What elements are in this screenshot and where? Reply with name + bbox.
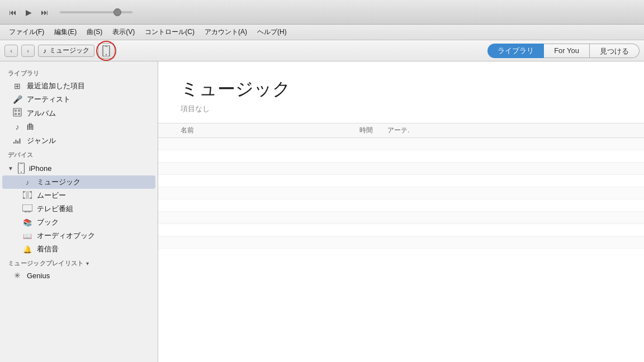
sidebar-item-genres[interactable]: ジャンル <box>2 134 155 147</box>
tab-for-you[interactable]: For You <box>544 44 590 58</box>
progress-slider[interactable] <box>60 11 132 13</box>
back-button[interactable]: ‹ <box>4 45 18 57</box>
iphone-music-label: ミュージック <box>37 177 80 187</box>
svg-rect-9 <box>16 140 17 144</box>
toolbar-tabs: ライブラリ For You 見つける <box>487 44 640 58</box>
content-area: ミュージック 項目なし 名前 時間 アーテ. <box>158 61 644 362</box>
sidebar-item-iphone-books[interactable]: 📚 ブック <box>2 216 155 229</box>
genius-label: Genius <box>27 272 50 280</box>
genre-icon <box>12 135 22 146</box>
sidebar-item-genius[interactable]: ✳ Genius <box>2 269 155 282</box>
table-rows <box>158 138 644 362</box>
table-row <box>158 199 644 212</box>
artist-icon: 🎤 <box>12 95 22 104</box>
menu-file[interactable]: ファイル(F) <box>4 26 49 38</box>
sidebar-item-iphone-music[interactable]: ♪ ミュージック <box>2 175 155 189</box>
title-bar: ⏮ ▶ ⏭ <box>0 0 644 25</box>
table-row <box>158 150 644 163</box>
iphone-audiobook-label: オーディオブック <box>37 231 95 241</box>
iphone-audiobook-icon: 📖 <box>22 232 32 240</box>
svg-point-13 <box>21 172 22 173</box>
table-header: 名前 時間 アーテ. <box>158 123 644 138</box>
svg-rect-7 <box>18 113 20 115</box>
iphone-movie-label: ムービー <box>37 190 66 201</box>
tab-library[interactable]: ライブラリ <box>487 44 544 58</box>
main-layout: ライブラリ ⊞ 最近追加した項目 🎤 アーティスト アルバム ♪ 曲 ジャンル … <box>0 61 644 362</box>
forward-button[interactable]: ⏭ <box>39 7 51 18</box>
column-artist: アーテ. <box>387 126 409 135</box>
iphone-book-label: ブック <box>37 217 59 227</box>
device-header-label: デバイス <box>8 151 33 159</box>
svg-rect-11 <box>20 139 21 144</box>
iphone-device-button[interactable] <box>98 43 115 59</box>
sidebar-item-iphone-tv[interactable]: テレビ番組 <box>2 202 155 216</box>
svg-rect-5 <box>15 113 17 115</box>
table-row <box>158 236 644 249</box>
forward-nav-button[interactable]: › <box>21 45 35 57</box>
sidebar-item-recent[interactable]: ⊞ 最近追加した項目 <box>2 79 155 93</box>
sidebar-item-iphone-audiobooks[interactable]: 📖 オーディオブック <box>2 229 155 242</box>
recent-icon: ⊞ <box>12 82 22 90</box>
svg-rect-17 <box>30 191 32 193</box>
content-subtitle: 項目なし <box>181 104 622 114</box>
svg-rect-6 <box>18 109 20 112</box>
svg-rect-16 <box>23 191 25 193</box>
device-triangle-icon: ▼ <box>8 165 13 172</box>
svg-rect-2 <box>105 46 108 46</box>
device-section-header: デバイス <box>0 147 158 161</box>
playlist-section-header[interactable]: ミュージックプレイリスト ▾ <box>0 256 158 269</box>
sidebar-item-iphone-ringtones[interactable]: 🔔 着信音 <box>2 242 155 256</box>
device-iphone-icon <box>17 163 26 174</box>
sidebar-item-albums[interactable]: アルバム <box>2 106 155 120</box>
iphone-tv-icon <box>22 204 32 214</box>
song-icon: ♪ <box>12 122 22 131</box>
svg-rect-10 <box>17 141 18 144</box>
content-header: ミュージック 項目なし <box>158 61 644 123</box>
svg-rect-18 <box>23 197 25 199</box>
transport-controls: ⏮ ▶ ⏭ <box>7 7 137 18</box>
sidebar-item-artists[interactable]: 🎤 アーティスト <box>2 93 155 106</box>
device-iphone-row[interactable]: ▼ iPhone <box>0 161 158 175</box>
iphone-ringtone-icon: 🔔 <box>22 245 32 254</box>
menu-controls[interactable]: コントロール(C) <box>140 26 199 38</box>
music-source-button[interactable]: ♪ ミュージック <box>38 45 94 57</box>
iphone-movie-icon <box>22 191 32 201</box>
music-label: ミュージック <box>49 46 89 55</box>
menu-view[interactable]: 表示(V) <box>108 26 139 38</box>
column-name: 名前 <box>181 126 359 135</box>
playlist-arrow-icon: ▾ <box>86 260 89 266</box>
iphone-music-icon: ♪ <box>22 178 32 187</box>
menu-help[interactable]: ヘルプ(H) <box>253 26 291 38</box>
iphone-ringtone-label: 着信音 <box>37 244 59 254</box>
iphone-icon <box>102 45 110 56</box>
table-row <box>158 224 644 236</box>
menu-song[interactable]: 曲(S) <box>82 26 107 38</box>
sidebar: ライブラリ ⊞ 最近追加した項目 🎤 アーティスト アルバム ♪ 曲 ジャンル … <box>0 61 158 362</box>
menu-edit[interactable]: 編集(E) <box>50 26 81 38</box>
svg-rect-19 <box>30 197 32 199</box>
sidebar-item-songs[interactable]: ♪ 曲 <box>2 120 155 134</box>
svg-rect-14 <box>20 163 22 164</box>
table-row <box>158 175 644 187</box>
music-note-icon: ♪ <box>43 47 46 55</box>
table-row <box>158 212 644 224</box>
iphone-label: iPhone <box>29 164 51 173</box>
tab-discover[interactable]: 見つける <box>590 44 640 58</box>
sidebar-item-iphone-movies[interactable]: ムービー <box>2 189 155 202</box>
svg-rect-8 <box>13 142 15 144</box>
genius-icon: ✳ <box>12 271 22 280</box>
rewind-button[interactable]: ⏮ <box>7 7 19 18</box>
artist-label: アーティスト <box>27 94 70 104</box>
svg-rect-20 <box>26 191 29 199</box>
iphone-book-icon: 📚 <box>22 218 32 227</box>
svg-rect-21 <box>22 204 32 211</box>
recent-label: 最近追加した項目 <box>27 81 85 91</box>
menu-account[interactable]: アカウント(A) <box>200 26 252 38</box>
table-row <box>158 138 644 150</box>
toolbar: ‹ › ♪ ミュージック ライブラリ For You 見つける <box>0 40 644 61</box>
play-button[interactable]: ▶ <box>23 7 34 18</box>
song-label: 曲 <box>27 122 34 132</box>
menu-bar: ファイル(F) 編集(E) 曲(S) 表示(V) コントロール(C) アカウント… <box>0 25 644 40</box>
album-label: アルバム <box>27 108 56 118</box>
playlist-header-label: ミュージックプレイリスト <box>8 259 84 268</box>
